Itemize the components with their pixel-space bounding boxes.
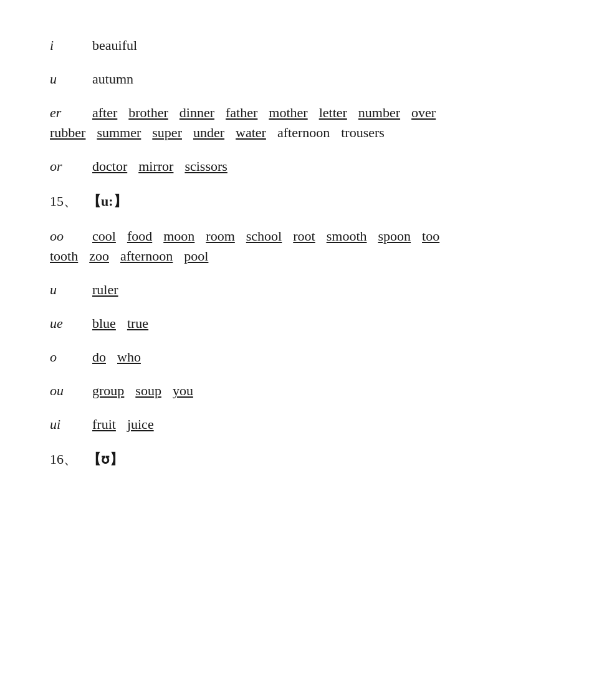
word-cool: cool bbox=[92, 228, 116, 244]
or-row: or doctor mirror scissors bbox=[50, 158, 539, 175]
word-autumn: autumn bbox=[92, 71, 133, 87]
section-15: 15、 【u:】 bbox=[50, 192, 539, 211]
word-trousers: trousers bbox=[341, 125, 385, 141]
o-label: o bbox=[50, 349, 81, 365]
oo-row2: tooth zoo afternoon pool bbox=[50, 248, 539, 264]
word-rubber: rubber bbox=[50, 125, 85, 141]
word-afternoon-er: afternoon bbox=[277, 125, 330, 141]
word-spoon: spoon bbox=[378, 228, 411, 244]
section-16-header: 16、 【ʊ】 bbox=[50, 450, 539, 469]
word-number: number bbox=[358, 105, 400, 121]
or-section: or doctor mirror scissors bbox=[50, 158, 539, 175]
word-fruit: fruit bbox=[92, 416, 116, 433]
word-under: under bbox=[193, 125, 224, 141]
u2-row: u ruler bbox=[50, 282, 539, 298]
word-tooth: tooth bbox=[50, 248, 78, 264]
u2-section: u ruler bbox=[50, 282, 539, 298]
u-row: u autumn bbox=[50, 71, 539, 87]
er-label: er bbox=[50, 105, 81, 121]
word-brother: brother bbox=[128, 105, 168, 121]
word-school: school bbox=[246, 228, 282, 244]
word-zoo: zoo bbox=[89, 248, 109, 264]
er-row1: er after brother dinner father mother le… bbox=[50, 105, 539, 121]
word-ruler: ruler bbox=[92, 282, 118, 298]
ui-row: ui fruit juice bbox=[50, 416, 539, 433]
word-room: room bbox=[206, 228, 234, 244]
section-15-header: 15、 【u:】 bbox=[50, 192, 539, 211]
u2-label: u bbox=[50, 282, 81, 298]
ue-section: ue blue true bbox=[50, 315, 539, 332]
word-soup: soup bbox=[135, 383, 161, 399]
i-label: i bbox=[50, 37, 81, 54]
oo-row1: oo cool food moon room school root smoot… bbox=[50, 228, 539, 244]
word-mirror: mirror bbox=[138, 158, 173, 175]
word-water: water bbox=[236, 125, 266, 141]
oo-section: oo cool food moon room school root smoot… bbox=[50, 228, 539, 264]
word-moon: moon bbox=[163, 228, 194, 244]
ou-section: ou group soup you bbox=[50, 383, 539, 399]
or-label: or bbox=[50, 158, 81, 175]
word-group: group bbox=[92, 383, 124, 399]
oo-label: oo bbox=[50, 228, 81, 244]
word-do: do bbox=[92, 349, 106, 365]
word-true: true bbox=[127, 315, 148, 332]
i-row: i beauiful bbox=[50, 37, 539, 54]
ou-row: ou group soup you bbox=[50, 383, 539, 399]
er-row2: rubber summer super under water afternoo… bbox=[50, 125, 539, 141]
section-16-number: 16、 bbox=[50, 450, 77, 469]
word-doctor: doctor bbox=[92, 158, 127, 175]
ue-label: ue bbox=[50, 315, 81, 332]
section-15-symbol: 【u:】 bbox=[87, 192, 127, 211]
word-juice: juice bbox=[127, 416, 154, 433]
word-dinner: dinner bbox=[180, 105, 214, 121]
word-too: too bbox=[422, 228, 439, 244]
word-after: after bbox=[92, 105, 117, 121]
u-label: u bbox=[50, 71, 81, 87]
o-row: o do who bbox=[50, 349, 539, 365]
word-over: over bbox=[411, 105, 436, 121]
word-super: super bbox=[152, 125, 182, 141]
word-beauiful: beauiful bbox=[92, 37, 137, 54]
ui-label: ui bbox=[50, 416, 81, 433]
o-section: o do who bbox=[50, 349, 539, 365]
section-16: 16、 【ʊ】 bbox=[50, 450, 539, 469]
word-father: father bbox=[226, 105, 257, 121]
section-16-symbol: 【ʊ】 bbox=[87, 450, 123, 469]
i-section: i beauiful bbox=[50, 37, 539, 54]
u-section: u autumn bbox=[50, 71, 539, 87]
word-mother: mother bbox=[269, 105, 307, 121]
word-you: you bbox=[173, 383, 193, 399]
word-scissors: scissors bbox=[184, 158, 227, 175]
ui-section: ui fruit juice bbox=[50, 416, 539, 433]
ue-row: ue blue true bbox=[50, 315, 539, 332]
word-who: who bbox=[117, 349, 141, 365]
er-section: er after brother dinner father mother le… bbox=[50, 105, 539, 141]
word-blue: blue bbox=[92, 315, 116, 332]
word-summer: summer bbox=[97, 125, 141, 141]
word-smooth: smooth bbox=[327, 228, 367, 244]
word-food: food bbox=[127, 228, 152, 244]
word-afternoon-oo: afternoon bbox=[120, 248, 173, 264]
word-pool: pool bbox=[184, 248, 208, 264]
word-letter: letter bbox=[319, 105, 347, 121]
word-root: root bbox=[293, 228, 315, 244]
ou-label: ou bbox=[50, 383, 81, 399]
section-15-number: 15、 bbox=[50, 192, 77, 211]
